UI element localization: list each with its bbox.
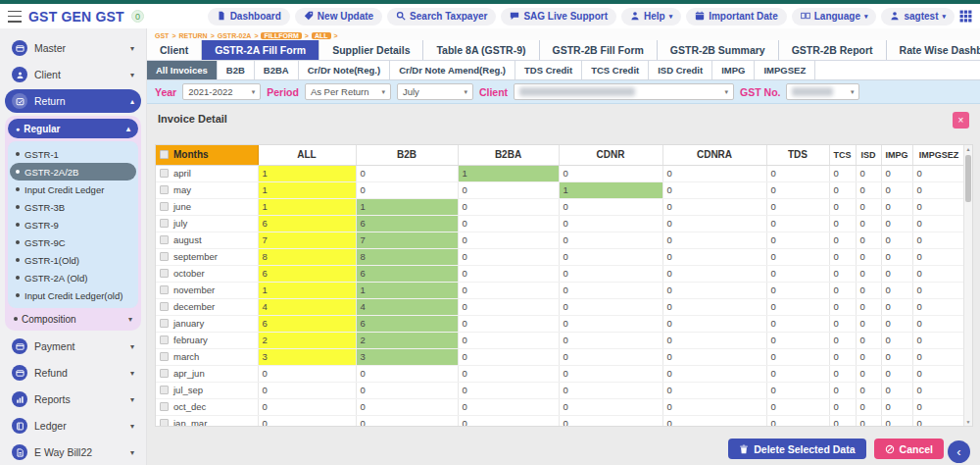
nav-sagtest[interactable]: sagtest▾ (881, 8, 955, 26)
scroll-down-icon[interactable]: ▼ (964, 418, 972, 426)
row-checkbox[interactable] (160, 202, 169, 211)
sidebar-item-gstr-9[interactable]: GSTR-9 (10, 216, 136, 233)
row-checkbox[interactable] (160, 235, 169, 244)
value-cell: 0 (559, 332, 662, 348)
month-cell: oct_dec (156, 398, 258, 415)
subtab-cr-dr-note-amend-reg[interactable]: Cr/Dr Note Amend(Reg.) (390, 61, 515, 79)
value-cell: 0 (258, 415, 356, 427)
bullet-icon (16, 293, 20, 297)
nav-search-taxpayer[interactable]: Search Taxpayer (387, 8, 496, 26)
sidebar-item-regular[interactable]: ●Regular▴ (8, 119, 138, 138)
sidebar-item-gstr-2a-old[interactable]: GSTR-2A (Old) (10, 269, 136, 286)
breadcrumb-item-gst[interactable]: GST (155, 32, 169, 39)
vertical-scrollbar[interactable]: ▲ ▼ (963, 145, 972, 426)
value-cell: 0 (559, 415, 662, 427)
subtab-tcs-credit[interactable]: TCS Credit (582, 61, 649, 79)
tab-client[interactable]: Client (147, 40, 202, 60)
close-icon[interactable]: × (953, 112, 969, 129)
sidebar-item-gstr-2a-2b[interactable]: GSTR-2A/2B (10, 163, 136, 181)
sidebar-item-gstr-1-old[interactable]: GSTR-1(Old) (10, 251, 136, 269)
sidebar-item-reports[interactable]: Reports▾ (5, 388, 141, 411)
sidebar: Master▾Client▾Return▴●Regular▴GSTR-1GSTR… (0, 28, 147, 465)
tab-table-8a-gstr-9[interactable]: Table 8A (GSTR-9) (423, 40, 539, 60)
sidebar-item-refund[interactable]: Refund▾ (5, 361, 141, 385)
row-checkbox[interactable] (160, 386, 169, 394)
tab-gstr-2b-report[interactable]: GSTR-2B Report (779, 40, 887, 60)
sidebar-item-e-way-bill22[interactable]: E Way Bill22▾ (5, 440, 141, 464)
nav-new-update[interactable]: New Update (295, 8, 382, 26)
collapse-panel-button[interactable]: ‹ (948, 440, 970, 463)
sidebar-item-gstr-1[interactable]: GSTR-1 (10, 145, 136, 163)
subtab-impgsez[interactable]: IMPGSEZ (755, 61, 815, 79)
sidebar-item-master[interactable]: Master▾ (5, 36, 141, 60)
chevron-down-icon: ▾ (130, 71, 134, 79)
scrollbar-thumb[interactable] (965, 155, 971, 202)
sidebar-item-ledger[interactable]: Ledger▾ (5, 414, 141, 438)
apps-grid-icon[interactable] (959, 10, 972, 23)
row-checkbox[interactable] (160, 402, 169, 411)
value-cell: 0 (881, 315, 912, 332)
month-cell: april (156, 165, 258, 181)
delete-selected-data-button[interactable]: Delete Selected Data (728, 439, 865, 459)
row-checkbox[interactable] (160, 336, 169, 344)
client-select[interactable]: ▾ (514, 83, 734, 100)
period-select[interactable]: As Per Return▾ (305, 83, 391, 100)
subtab-isd-credit[interactable]: ISD Credit (649, 61, 712, 79)
row-checkbox[interactable] (160, 302, 169, 311)
row-checkbox[interactable] (160, 252, 169, 261)
row-checkbox[interactable] (160, 185, 169, 194)
subtab-tds-credit[interactable]: TDS Credit (515, 61, 582, 79)
nav-sag-live-support[interactable]: SAG Live Support (501, 8, 616, 26)
sidebar-item-input-credit-ledger-old[interactable]: Input Credit Ledger(old) (10, 286, 136, 304)
tab-gstr-2b-fill-form[interactable]: GSTR-2B Fill Form (540, 40, 658, 60)
breadcrumb-separator: > (305, 32, 309, 39)
cancel-button[interactable]: Cancel (874, 439, 944, 459)
breadcrumb-item-gstr-02a[interactable]: GSTR-02A (218, 32, 252, 39)
select-all-checkbox[interactable] (160, 150, 169, 159)
value-cell: 0 (856, 315, 881, 332)
sidebar-item-return[interactable]: Return▴ (5, 89, 141, 113)
scroll-up-icon[interactable]: ▲ (964, 145, 972, 153)
row-checkbox[interactable] (160, 269, 169, 278)
sidebar-group-regular: ●Regular▴GSTR-1GSTR-2A/2BInput Credit Le… (5, 116, 141, 331)
breadcrumb-item-return[interactable]: RETURN (178, 32, 207, 39)
breadcrumb-item-all[interactable]: ALL (312, 32, 331, 39)
year-select[interactable]: 2021-2022▾ (182, 83, 261, 100)
nav-language[interactable]: Language▾ (792, 8, 877, 26)
sidebar-item-composition[interactable]: Composition▾ (8, 308, 138, 328)
nav-dashboard[interactable]: Dashboard (208, 8, 290, 26)
value-cell: 0 (356, 365, 458, 382)
tab-rate-wise-dashboard[interactable]: Rate Wise Dashboard (887, 40, 980, 60)
tab-gstr-2a-fill-form[interactable]: GSTR-2A Fill Form (202, 40, 319, 60)
sidebar-item-client[interactable]: Client▾ (5, 63, 141, 86)
sidebar-item-gstr-3b[interactable]: GSTR-3B (10, 198, 136, 216)
row-checkbox[interactable] (160, 419, 169, 427)
value-cell: 0 (662, 181, 766, 198)
gst-no-select[interactable]: ▾ (786, 83, 859, 100)
value-cell: 2 (258, 332, 356, 348)
sidebar-item-input-credit-ledger[interactable]: Input Credit Ledger (10, 181, 136, 198)
nav-help[interactable]: Help▾ (621, 8, 681, 26)
nav-important-date[interactable]: Important Date (686, 8, 787, 26)
row-checkbox[interactable] (160, 352, 169, 361)
value-cell: 0 (662, 165, 766, 181)
hamburger-menu-icon[interactable] (8, 11, 22, 23)
value-cell: 0 (881, 165, 912, 181)
row-checkbox[interactable] (160, 219, 169, 228)
breadcrumb-item-fillform[interactable]: FILLFORM (261, 32, 301, 39)
subtab-impg[interactable]: IMPG (712, 61, 755, 79)
subtab-b2b[interactable]: B2B (218, 61, 255, 79)
value-cell: 0 (559, 265, 662, 282)
subtab-b2ba[interactable]: B2BA (255, 61, 299, 79)
sidebar-item-gstr-9c[interactable]: GSTR-9C (10, 233, 136, 251)
subtab-cr-dr-note-reg[interactable]: Cr/Dr Note(Reg.) (299, 61, 390, 79)
subtab-all-invoices[interactable]: All Invoices (147, 61, 218, 79)
sidebar-item-payment[interactable]: Payment▾ (5, 335, 141, 358)
tab-supplier-details[interactable]: Supplier Details (319, 40, 423, 60)
row-checkbox[interactable] (160, 285, 169, 294)
row-checkbox[interactable] (160, 369, 169, 378)
row-checkbox[interactable] (160, 319, 169, 328)
row-checkbox[interactable] (160, 169, 169, 178)
month-select[interactable]: July▾ (397, 83, 473, 100)
tab-gstr-2b-summary[interactable]: GSTR-2B Summary (658, 40, 779, 60)
